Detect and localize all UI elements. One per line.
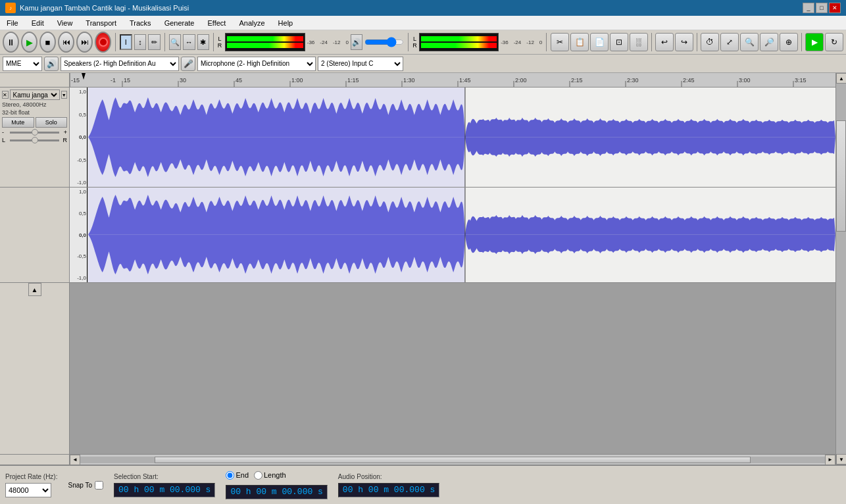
track-1-waveform[interactable]: 1,0 0,5 0,0 -0,5 -1,0 — [70, 88, 835, 187]
silence-button[interactable]: ░ — [630, 33, 648, 51]
menu-analyze[interactable]: Analyze — [235, 18, 268, 28]
pan-slider[interactable] — [10, 139, 59, 141]
device-toolbar: MME 🔊 Speakers (2- High Definition Au 🎤 … — [0, 55, 846, 73]
record-button[interactable] — [95, 32, 111, 53]
menu-file[interactable]: File — [3, 18, 22, 28]
multi-tool[interactable]: ✱ — [197, 34, 210, 50]
length-radio-option[interactable]: Length — [254, 471, 286, 480]
track-name-dropdown[interactable]: Kamu janga — [10, 89, 60, 100]
v-scroll-thumb[interactable] — [836, 120, 846, 232]
host-select[interactable]: MME — [3, 57, 42, 71]
envelope-tool[interactable]: ↕ — [134, 34, 147, 50]
cut-button[interactable]: ✂ — [551, 33, 569, 51]
input-select[interactable]: 2 (Stereo) Input C — [318, 57, 403, 71]
menu-edit[interactable]: Edit — [28, 18, 48, 28]
scroll-track[interactable] — [80, 457, 825, 463]
timeshift-tool[interactable]: ↔ — [183, 34, 195, 50]
output-scale: -36 -24 -12 0 — [307, 39, 349, 45]
vertical-scrollbar: ▲ ▼ — [835, 73, 846, 465]
loop-button[interactable]: ↻ — [825, 33, 843, 51]
track-collapse-button[interactable]: ▼ — [61, 91, 68, 99]
solo-button[interactable]: Solo — [36, 117, 68, 128]
end-radio-label: End — [236, 471, 249, 479]
zoom-fit-button[interactable]: ⤢ — [720, 33, 739, 51]
mic-icon[interactable]: 🎤 — [181, 57, 195, 71]
empty-canvas — [70, 296, 835, 454]
app-window: ♪ Kamu jangan Tambah Cantik lagi - Musik… — [0, 0, 846, 504]
skip-start-button[interactable]: ⏮ — [58, 32, 74, 53]
svg-rect-33 — [88, 88, 465, 187]
undo-button[interactable]: ↩ — [655, 33, 674, 51]
scrollbar-spacer — [0, 455, 70, 465]
selection-tool[interactable]: I — [120, 34, 132, 50]
menu-effect[interactable]: Effect — [204, 18, 230, 28]
gain-slider[interactable] — [10, 132, 59, 134]
skip-end-button[interactable]: ⏭ — [76, 32, 93, 53]
selection-end-display[interactable]: 00 h 00 m 00.000 s — [226, 485, 327, 499]
expand-track-button[interactable]: ▲ — [28, 283, 41, 296]
v-scroll-track[interactable] — [836, 84, 846, 454]
maximize-button[interactable]: □ — [816, 3, 828, 13]
menu-tracks[interactable]: Tracks — [126, 18, 155, 28]
output-volume-icon[interactable]: 🔊 — [351, 34, 363, 50]
input-level-meter — [419, 33, 499, 51]
svg-text:1:00: 1:00 — [291, 77, 303, 84]
svg-text:2:00: 2:00 — [515, 77, 527, 84]
zoom-out-button[interactable]: 🔎 — [760, 33, 778, 51]
paste-button[interactable]: 📄 — [590, 33, 609, 51]
end-length-group: End Length 00 h 00 m 00.000 s — [226, 471, 327, 499]
trim-button[interactable]: ⊡ — [610, 33, 628, 51]
expand-waveform-area — [70, 283, 835, 296]
track-1-controls: ✕ Kamu janga ▼ Stereo, 48000Hz 32-bit fl… — [0, 88, 70, 187]
snap-to-checkbox[interactable] — [95, 481, 103, 490]
mute-button[interactable]: Mute — [2, 117, 34, 128]
sync-button[interactable]: ⏱ — [701, 33, 719, 51]
selection-start-display[interactable]: 00 h 00 m 00.000 s — [114, 483, 215, 497]
mic-select[interactable]: Microphone (2- High Definition — [197, 57, 316, 71]
scroll-thumb[interactable] — [155, 457, 751, 463]
length-radio[interactable] — [254, 471, 262, 480]
pan-knob — [32, 137, 38, 143]
expand-row: ▲ — [0, 283, 835, 296]
scroll-up-button[interactable]: ▲ — [836, 73, 846, 84]
menu-help[interactable]: Help — [274, 18, 297, 28]
menu-view[interactable]: View — [53, 18, 77, 28]
scroll-right-button[interactable]: ► — [825, 455, 835, 465]
speaker-select[interactable]: Speakers (2- High Definition Au — [61, 57, 179, 71]
end-length-radio-group: End Length — [226, 471, 327, 480]
waveform-tracks: ✕ Kamu janga ▼ Stereo, 48000Hz 32-bit fl… — [0, 88, 835, 454]
play-button[interactable]: ▶ — [21, 32, 37, 53]
close-button[interactable]: ✕ — [829, 3, 841, 13]
timeline-ticks[interactable]: -15 -1 15 30 45 1:00 1:15 1:30 1:45 2:00… — [70, 73, 835, 87]
track-close-button[interactable]: ✕ — [2, 91, 9, 99]
svg-text:15: 15 — [124, 77, 130, 84]
pause-button[interactable]: ⏸ — [3, 32, 19, 53]
end-radio[interactable] — [226, 471, 234, 480]
copy-button[interactable]: 📋 — [570, 33, 589, 51]
track-2-controls-spacer — [0, 188, 70, 282]
zoom-in-tool[interactable]: 🔍 — [169, 34, 182, 50]
output-volume-slider[interactable] — [364, 37, 404, 47]
svg-text:-15: -15 — [71, 77, 80, 84]
minimize-button[interactable]: _ — [803, 3, 814, 13]
pan-left-label: L — [2, 137, 10, 143]
project-rate-select[interactable]: 48000 — [5, 483, 51, 497]
menu-generate[interactable]: Generate — [161, 18, 199, 28]
end-radio-option[interactable]: End — [226, 471, 249, 480]
scroll-left-button[interactable]: ◄ — [70, 455, 80, 465]
status-bar: Project Rate (Hz): 48000 Snap To Selecti… — [0, 465, 846, 504]
toolbar-sep-1 — [115, 33, 116, 51]
draw-tool[interactable]: ✏ — [148, 34, 161, 50]
menu-transport[interactable]: Transport — [82, 18, 120, 28]
audio-position-display[interactable]: 00 h 00 m 00.000 s — [338, 483, 439, 497]
svg-text:1:30: 1:30 — [403, 77, 415, 84]
speaker-icon[interactable]: 🔊 — [44, 57, 59, 71]
track-2-waveform[interactable]: 1,0 0,5 0,0 -0,5 -1,0 — [70, 188, 835, 282]
play-green-button[interactable]: ▶ — [805, 33, 824, 51]
redo-button[interactable]: ↪ — [675, 33, 693, 51]
svg-text:1:45: 1:45 — [459, 77, 471, 84]
stop-button[interactable]: ■ — [39, 32, 56, 53]
zoom-in-btn2[interactable]: ⊕ — [780, 33, 798, 51]
scroll-down-button[interactable]: ▼ — [836, 454, 846, 465]
zoom-sel-button[interactable]: 🔍 — [740, 33, 759, 51]
